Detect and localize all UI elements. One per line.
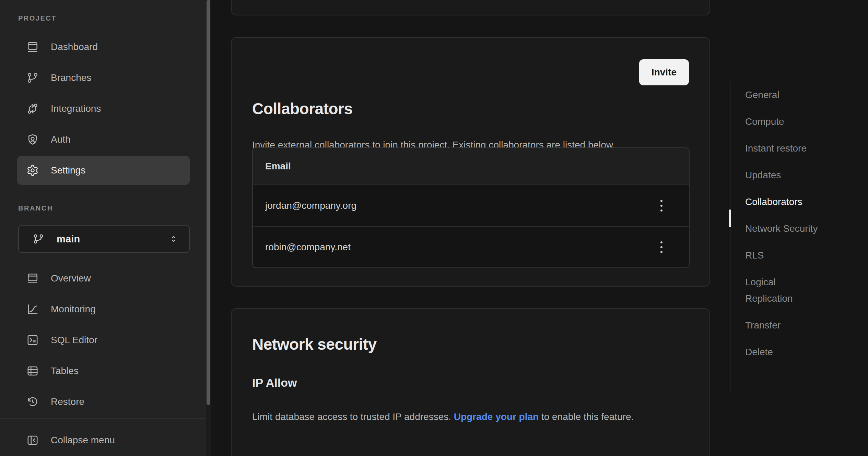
ip-allow-subtitle: IP Allow <box>252 376 297 389</box>
ip-allow-text-suffix: to enable this feature. <box>539 411 634 422</box>
previous-card-partial <box>231 0 710 15</box>
sidebar-item-settings[interactable]: Settings <box>17 156 190 185</box>
settings-nav-instant-restore[interactable]: Instant restore <box>730 140 825 157</box>
branch-nav: Overview Monitoring SQL Editor Tables <box>0 263 206 417</box>
settings-nav-delete[interactable]: Delete <box>730 344 825 360</box>
tables-icon <box>26 365 39 377</box>
ip-allow-description: Limit database access to trusted IP addr… <box>252 408 657 425</box>
sidebar-item-label: Branches <box>51 72 91 83</box>
sidebar-item-integrations[interactable]: Integrations <box>17 93 190 124</box>
upgrade-plan-link[interactable]: Upgrade your plan <box>454 411 539 422</box>
collapse-menu-button[interactable]: Collapse menu <box>0 425 206 455</box>
sidebar-item-overview[interactable]: Overview <box>17 263 190 294</box>
dashboard-icon <box>26 41 39 53</box>
sidebar-item-branches[interactable]: Branches <box>17 62 190 93</box>
settings-nav-rls[interactable]: RLS <box>730 247 825 264</box>
settings-nav-network-security[interactable]: Network Security <box>730 220 825 237</box>
network-security-card: Network security IP Allow Limit database… <box>231 308 710 456</box>
gear-icon <box>26 164 39 177</box>
sidebar-item-label: Auth <box>51 134 71 145</box>
overview-icon <box>26 272 39 285</box>
settings-nav-transfer[interactable]: Transfer <box>730 317 825 334</box>
app-window: PROJECT Dashboard Branches Integrations <box>0 0 868 456</box>
collapse-menu-label: Collapse menu <box>51 435 115 446</box>
settings-nav-compute[interactable]: Compute <box>730 113 825 130</box>
auth-shield-user-icon <box>26 133 39 146</box>
collaborator-email: robin@company.net <box>265 242 351 253</box>
table-header-email: Email <box>253 148 689 185</box>
project-nav: Dashboard Branches Integrations Auth <box>0 32 206 186</box>
sidebar-item-label: Dashboard <box>51 41 98 52</box>
table-row: robin@company.net <box>253 226 689 267</box>
sidebar-item-label: Settings <box>51 165 85 176</box>
invite-button[interactable]: Invite <box>639 59 689 85</box>
collaborator-email: jordan@company.org <box>265 200 356 211</box>
sidebar-item-label: Restore <box>51 396 84 407</box>
branch-section-label: BRANCH <box>18 204 53 212</box>
sidebar-item-dashboard[interactable]: Dashboard <box>17 32 190 62</box>
branch-selector[interactable]: main <box>18 225 190 253</box>
row-actions-kebab-icon[interactable] <box>652 196 671 215</box>
sidebar-item-label: SQL Editor <box>51 335 97 346</box>
sidebar: PROJECT Dashboard Branches Integrations <box>0 0 206 456</box>
panel-left-close-icon <box>26 434 39 446</box>
sidebar-item-label: Overview <box>51 273 91 284</box>
sql-editor-icon <box>26 334 39 346</box>
sidebar-item-label: Tables <box>51 365 79 376</box>
settings-nav-logical-replication[interactable]: Logical Replication <box>730 274 825 307</box>
settings-nav-collaborators[interactable]: Collaborators <box>730 194 825 210</box>
sidebar-scrollbar-track[interactable] <box>206 0 211 456</box>
ip-allow-text-prefix: Limit database access to trusted IP addr… <box>252 411 454 422</box>
row-actions-kebab-icon[interactable] <box>652 238 671 257</box>
branch-selector-value: main <box>57 233 80 245</box>
sidebar-item-tables[interactable]: Tables <box>17 356 190 386</box>
sidebar-item-sql-editor[interactable]: SQL Editor <box>17 325 190 356</box>
project-section-label: PROJECT <box>18 14 57 22</box>
settings-nav-updates[interactable]: Updates <box>730 167 825 183</box>
git-branch-icon <box>33 233 44 245</box>
sidebar-item-restore[interactable]: Restore <box>17 386 190 417</box>
chevrons-up-down-icon <box>168 234 179 244</box>
sidebar-item-auth[interactable]: Auth <box>17 124 190 155</box>
collaborators-title: Collaborators <box>252 99 353 118</box>
sidebar-scrollbar-thumb[interactable] <box>207 0 210 405</box>
sidebar-item-monitoring[interactable]: Monitoring <box>17 294 190 325</box>
collaborators-table: Email jordan@company.org robin@company.n… <box>252 147 690 268</box>
sidebar-item-label: Integrations <box>51 103 101 114</box>
integrations-icon <box>26 103 39 115</box>
restore-history-icon <box>26 396 39 408</box>
collaborators-card: Collaborators Invite Invite external col… <box>231 37 710 287</box>
table-row: jordan@company.org <box>253 185 689 226</box>
sidebar-item-label: Monitoring <box>51 304 96 315</box>
sidebar-footer-divider <box>0 418 206 419</box>
network-security-title: Network security <box>252 335 377 353</box>
settings-nav-general[interactable]: General <box>730 87 825 103</box>
monitoring-chart-icon <box>26 303 39 315</box>
git-branch-icon <box>26 72 39 84</box>
